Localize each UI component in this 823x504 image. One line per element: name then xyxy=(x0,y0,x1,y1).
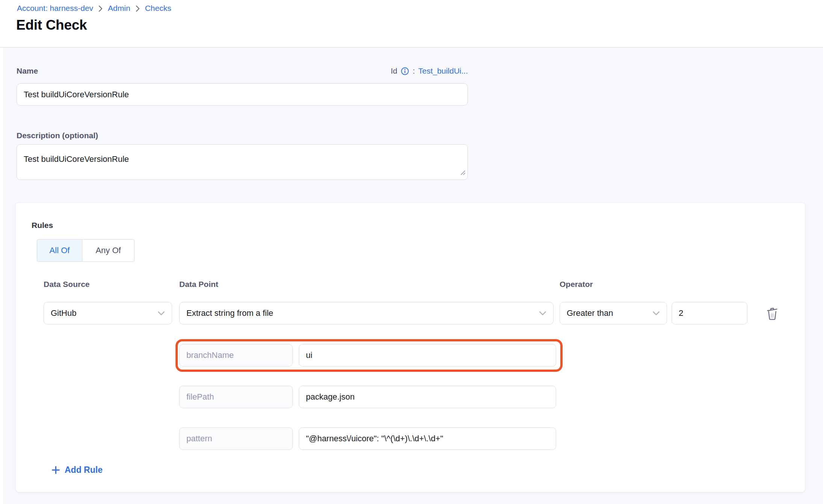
breadcrumb-account-link[interactable]: Account: harness-dev xyxy=(17,4,93,13)
data-source-value: GitHub xyxy=(51,308,76,318)
left-edge-strip xyxy=(0,48,3,504)
rules-match-toggle: All Of Any Of xyxy=(37,239,135,262)
breadcrumb-checks-link[interactable]: Checks xyxy=(145,4,171,13)
plus-icon xyxy=(51,466,60,474)
id-display: Id : Test_buildUi... xyxy=(391,66,468,75)
name-label-row: Name Id : Test_buildUi... xyxy=(17,66,468,75)
add-rule-button[interactable]: Add Rule xyxy=(51,465,103,475)
id-value-link[interactable]: Test_buildUi... xyxy=(418,66,468,75)
operator-value: Greater than xyxy=(567,308,613,318)
chevron-right-icon xyxy=(135,5,140,12)
arg-key-filepath: filePath xyxy=(179,386,293,408)
id-label: Id xyxy=(391,66,398,75)
data-point-select[interactable]: Extract string from a file xyxy=(179,302,554,324)
data-source-select[interactable]: GitHub xyxy=(44,302,172,324)
page-header: Account: harness-dev Admin Checks Edit C… xyxy=(0,0,823,47)
operator-label: Operator xyxy=(560,280,593,289)
description-label: Description (optional) xyxy=(17,131,98,140)
chevron-down-icon xyxy=(652,311,660,316)
arg-key-pattern: pattern xyxy=(179,427,293,450)
data-point-value: Extract string from a file xyxy=(186,308,273,318)
arg-row-pattern: pattern xyxy=(16,427,805,450)
main-content: Name Id : Test_buildUi... Description (o… xyxy=(0,48,823,504)
description-textarea[interactable]: Test buildUiCoreVersionRule xyxy=(17,144,468,180)
page-title: Edit Check xyxy=(16,17,87,33)
arg-value-pattern-input[interactable] xyxy=(299,427,556,450)
any-of-button[interactable]: Any Of xyxy=(82,239,135,262)
delete-rule-button[interactable] xyxy=(763,304,782,323)
description-field: Test buildUiCoreVersionRule xyxy=(17,144,468,180)
name-input[interactable] xyxy=(17,83,468,106)
rules-section-label: Rules xyxy=(32,221,53,230)
data-source-label: Data Source xyxy=(44,280,90,289)
add-rule-label: Add Rule xyxy=(65,465,103,475)
arg-value-branchname-input[interactable] xyxy=(299,344,556,367)
breadcrumb-admin-link[interactable]: Admin xyxy=(108,4,130,13)
trash-icon xyxy=(766,306,779,321)
id-separator: : xyxy=(413,66,415,75)
operator-select[interactable]: Greater than xyxy=(560,302,667,324)
resize-handle-icon[interactable] xyxy=(460,169,466,177)
arg-value-filepath-input[interactable] xyxy=(299,386,556,408)
breadcrumb: Account: harness-dev Admin Checks xyxy=(17,4,171,13)
arg-row-branchname: branchName xyxy=(16,344,805,367)
rules-card: Rules All Of Any Of Data Source Data Poi… xyxy=(16,203,805,492)
all-of-button[interactable]: All Of xyxy=(37,239,82,262)
arg-row-filepath: filePath xyxy=(16,386,805,408)
name-label: Name xyxy=(17,66,38,75)
chevron-down-icon xyxy=(157,311,165,316)
data-point-label: Data Point xyxy=(179,280,218,289)
chevron-right-icon xyxy=(98,5,103,12)
arg-key-branchname: branchName xyxy=(179,344,293,367)
chevron-down-icon xyxy=(539,311,546,316)
threshold-input[interactable] xyxy=(672,302,747,324)
info-icon[interactable] xyxy=(401,67,409,75)
